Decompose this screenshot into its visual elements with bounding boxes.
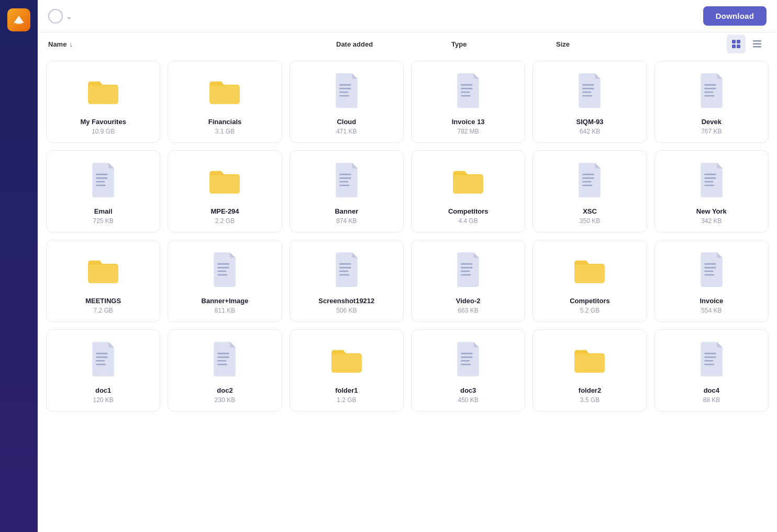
list-view-button[interactable] [748, 35, 767, 53]
svg-rect-25 [96, 181, 105, 183]
topbar-left: ⌄ [48, 9, 72, 24]
file-name: Devek [702, 118, 722, 126]
file-card[interactable]: Cloud471 KB [290, 61, 404, 143]
file-name: Video-2 [456, 297, 481, 305]
svg-rect-19 [704, 84, 716, 86]
file-card[interactable]: Competitors4.4 GB [411, 150, 525, 232]
file-name: Invoice [700, 297, 723, 305]
svg-rect-34 [583, 185, 593, 186]
file-grid-container: My Favourites10.9 GB Financials3.1 GB Cl… [38, 56, 777, 532]
sort-arrow-icon: ↓ [69, 40, 73, 48]
file-size: 4.4 GB [458, 217, 478, 225]
file-card[interactable]: doc1120 KB [46, 329, 160, 412]
svg-rect-11 [461, 84, 473, 86]
app-logo[interactable] [7, 8, 30, 31]
svg-rect-40 [218, 267, 230, 269]
svg-rect-33 [583, 181, 592, 183]
file-card[interactable]: doc3450 KB [411, 329, 525, 412]
file-card[interactable]: MPE-2942.2 GB [168, 150, 282, 232]
svg-rect-67 [704, 353, 716, 354]
document-icon [451, 340, 485, 378]
file-size: 725 KB [93, 217, 113, 225]
file-size: 642 KB [580, 128, 600, 135]
file-size: 5.2 GB [580, 307, 600, 314]
file-name: doc3 [460, 386, 476, 394]
file-size: 782 MB [457, 128, 479, 135]
grid-view-button[interactable] [727, 35, 746, 53]
svg-rect-69 [704, 360, 713, 362]
file-size: 350 KB [580, 217, 600, 225]
svg-rect-39 [218, 263, 230, 265]
svg-rect-38 [704, 185, 714, 186]
file-grid: My Favourites10.9 GB Financials3.1 GB Cl… [46, 61, 769, 412]
file-card[interactable]: folder23.5 GB [532, 329, 647, 412]
svg-rect-62 [218, 364, 228, 365]
file-size: 3.5 GB [580, 396, 600, 404]
file-name: Banner [335, 207, 358, 215]
svg-rect-47 [461, 263, 473, 265]
file-card[interactable]: New York342 KB [654, 150, 769, 232]
document-icon [695, 340, 728, 378]
file-card[interactable]: Invoice 13782 MB [411, 61, 525, 143]
file-size: 120 KB [93, 396, 113, 404]
chevron-down-icon[interactable]: ⌄ [66, 12, 72, 20]
file-card[interactable]: doc2230 KB [168, 329, 282, 412]
svg-rect-44 [339, 267, 351, 269]
file-card[interactable]: MEETINGS7.2 GB [46, 240, 160, 322]
svg-rect-18 [583, 95, 593, 97]
svg-rect-14 [461, 95, 471, 97]
file-card[interactable]: SIQM-93642 KB [532, 61, 647, 143]
column-headers: Name ↓ Date added Type Size [38, 32, 777, 56]
svg-rect-51 [704, 263, 716, 265]
svg-rect-27 [339, 174, 351, 175]
file-name: doc2 [217, 386, 232, 394]
svg-rect-22 [704, 95, 714, 97]
file-card[interactable]: Banner+Image811 KB [168, 240, 282, 322]
svg-rect-52 [704, 267, 716, 269]
file-size: 471 KB [336, 128, 357, 135]
file-card[interactable]: Email725 KB [46, 150, 160, 232]
file-size: 88 KB [703, 396, 720, 404]
document-icon [451, 251, 485, 289]
document-icon [330, 72, 363, 109]
document-icon [330, 161, 363, 199]
document-icon [695, 251, 728, 289]
file-card[interactable]: Video-2663 KB [411, 240, 525, 322]
svg-rect-66 [461, 364, 471, 365]
svg-rect-4 [753, 40, 761, 42]
svg-rect-13 [461, 92, 470, 93]
file-card[interactable]: doc488 KB [654, 329, 769, 412]
svg-rect-20 [704, 88, 716, 90]
file-card[interactable]: Screenshot19212506 KB [290, 240, 404, 322]
file-size: 506 KB [336, 307, 357, 314]
document-icon [208, 251, 241, 289]
file-name: folder1 [335, 386, 358, 394]
file-card[interactable]: Invoice554 KB [654, 240, 769, 322]
svg-rect-16 [583, 88, 595, 90]
file-card[interactable]: Devek767 KB [654, 61, 769, 143]
topbar: ⌄ Download [38, 0, 777, 32]
main-content: ⌄ Download Name ↓ Date added Type Size [38, 0, 777, 532]
file-card[interactable]: Financials3.1 GB [168, 61, 282, 143]
file-card[interactable]: Banner874 KB [290, 150, 404, 232]
document-icon [330, 251, 363, 289]
file-name: MEETINGS [85, 297, 121, 305]
file-name: New York [696, 207, 727, 215]
document-icon [208, 340, 241, 378]
svg-rect-48 [461, 267, 473, 269]
svg-rect-12 [461, 88, 473, 90]
svg-rect-57 [96, 360, 105, 362]
file-card[interactable]: My Favourites10.9 GB [46, 61, 160, 143]
svg-rect-17 [583, 92, 592, 93]
svg-rect-1 [737, 40, 740, 43]
file-size: 811 KB [215, 307, 235, 314]
file-name: doc4 [704, 386, 719, 394]
download-button[interactable]: Download [703, 6, 767, 26]
svg-rect-3 [737, 45, 740, 48]
topbar-right: Download [703, 6, 767, 26]
file-name: Cloud [337, 118, 356, 126]
file-card[interactable]: XSC350 KB [532, 150, 647, 232]
file-card[interactable]: Competitors5.2 GB [532, 240, 647, 322]
svg-rect-56 [96, 357, 108, 358]
file-card[interactable]: folder11.2 GB [290, 329, 404, 412]
